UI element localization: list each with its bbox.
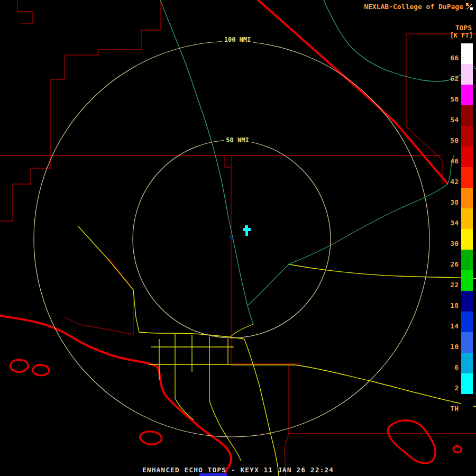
diagonal-highway-line [258,0,447,184]
site-brand: NEXLAB-College of DuPage [364,3,473,11]
legend-value-label: 42 [450,178,461,188]
island-outlines [11,360,462,463]
legend-color-swatch [461,229,473,250]
footer-blue-mark [199,473,227,476]
legend-value-label: 62 [450,75,461,85]
coastline-line [0,316,231,475]
legend-title: TOPS [450,24,473,32]
legend-color-swatch [461,188,473,208]
legend-color-swatch [461,312,473,332]
legend-value-label: 34 [450,219,461,229]
legend-value-label: 14 [450,323,461,332]
highways-layer [78,226,476,476]
legend-color-swatch [461,394,473,415]
ring-label-100nmi: 100 NMI [222,36,253,43]
legend-row: 62 [450,64,473,85]
legend-row: 30 [450,229,473,250]
legend-row: 10 [450,332,473,353]
legend-value-label: 26 [450,261,461,270]
cod-logo-icon [466,3,473,10]
legend-row: 46 [450,147,473,167]
legend-color-swatch [461,147,473,167]
legend-value-label: 46 [450,158,461,167]
legend-row: 6 [450,353,473,373]
legend-row: 34 [450,208,473,229]
legend-color-swatch [461,291,473,312]
highway-lines [78,226,476,476]
legend-color-swatch [461,43,473,64]
legend-row: 14 [450,312,473,332]
legend-row: 38 [450,188,473,208]
legend-value-label: 6 [454,364,461,373]
legend-color-swatch [461,126,473,147]
echo-cell [243,225,251,236]
legend-value-label: 50 [450,137,461,147]
legend-row: 54 [450,105,473,126]
legend-row: 42 [450,167,473,188]
legend-value-label: 58 [450,96,461,105]
legend-row: 22 [450,270,473,291]
legend-color-swatch [461,250,473,270]
product-caption: ENHANCED ECHO TOPS - KEYX 11 JAN 26 22:2… [0,466,476,474]
legend-row: 18 [450,291,473,312]
legend-units: [K FT] [450,32,473,39]
legend-row: 2 [450,373,473,394]
legend-rows: 66625854504642383430262218141062TH [450,43,473,415]
legend-row: 66 [450,43,473,64]
legend-value-label: 54 [450,116,461,126]
legend-color-swatch [461,353,473,373]
echo-cell-weak [232,239,234,240]
legend-value-label: 22 [450,281,461,291]
radar-screen: NEXLAB-College of DuPage TOPS [K FT] 666… [0,0,476,476]
legend-color-swatch [461,85,473,105]
legend-row: 58 [450,85,473,105]
legend-color-swatch [461,167,473,188]
legend-value-label: 30 [450,240,461,250]
legend-row: 26 [450,250,473,270]
legend-value-label: 38 [450,199,461,208]
legend-color-swatch [461,105,473,126]
legend-row: TH [450,394,473,415]
echo-cell-weak [230,236,231,238]
colorbar-legend: TOPS [K FT] 6662585450464238343026221814… [450,24,473,415]
legend-row: 50 [450,126,473,147]
legend-color-swatch [461,270,473,291]
brand-text: NEXLAB-College of DuPage [364,3,463,11]
legend-color-swatch [461,373,473,394]
legend-color-swatch [461,208,473,229]
legend-value-label: 10 [450,343,461,353]
legend-value-label: TH [450,405,461,415]
ring-label-50nmi: 50 NMI [224,136,251,144]
county-borders-layer [0,0,476,476]
legend-value-label: 2 [454,385,461,394]
legend-color-swatch [461,64,473,85]
legend-color-swatch [461,332,473,353]
radar-map [0,0,476,476]
legend-value-label: 18 [450,302,461,312]
legend-value-label: 66 [450,54,461,64]
county-border-lines [0,0,476,476]
